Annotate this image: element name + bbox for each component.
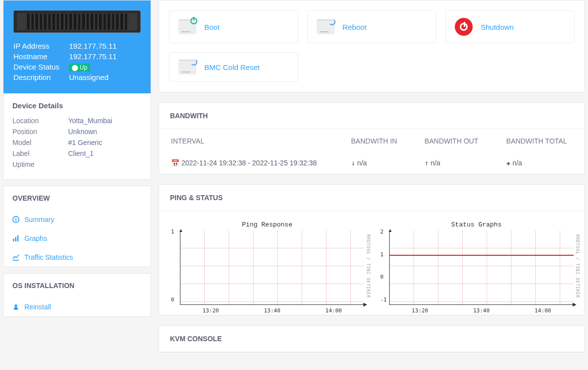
overview-heading: OVERVIEW: [3, 186, 151, 210]
ip-value: 192.177.75.11: [69, 42, 117, 50]
bmc-reset-button[interactable]: BMC Cold Reset: [169, 52, 298, 82]
os-install-heading: OS INSTALLATION: [3, 274, 151, 297]
location-value: Yotta_Mumbai: [68, 117, 112, 125]
label-value: Client_1: [68, 149, 93, 157]
reboot-button[interactable]: Reboot: [307, 10, 436, 43]
bandwidth-section: BANDWITH INTERVAL BANDWITH IN BANDWITH O…: [159, 102, 585, 174]
svg-rect-5: [17, 235, 19, 241]
description-label: Description: [13, 73, 69, 81]
power-actions: Boot Reboot Shutdown BMC Cold Reset: [159, 0, 585, 92]
ip-label: IP Address: [13, 42, 69, 50]
bmc-reset-icon: [178, 60, 196, 74]
chart-line-icon: [12, 254, 19, 261]
arrow-down-icon: ↓: [351, 159, 355, 167]
boot-icon: [178, 19, 196, 34]
server-header: IP Address192.177.75.11 Hostname192.177.…: [3, 0, 151, 93]
model-value: #1 Generic: [68, 139, 102, 147]
col-out: BANDWITH OUT: [414, 130, 494, 152]
power-icon: [455, 18, 473, 36]
status-graphs-chart: Status Graphs ▲▶ 210-1 13:2013:4014:00 R…: [379, 221, 574, 305]
boot-button[interactable]: Boot: [169, 10, 298, 43]
nav-graphs[interactable]: Graphs: [3, 229, 151, 248]
nav-summary[interactable]: Summary: [3, 210, 151, 229]
ping-status-section: PING & STATUS Ping Response ▲▶ 10 13:201…: [159, 184, 585, 315]
ping-response-chart: Ping Response ▲▶ 10 13:2013:4014:00 RRDT…: [170, 221, 364, 305]
description-value: Unassigned: [69, 73, 108, 81]
linux-icon: [12, 303, 19, 310]
reboot-icon: [317, 19, 335, 34]
svg-rect-1: [15, 219, 16, 221]
status-label: Device Status: [13, 63, 69, 71]
hostname-value: 192.177.75.11: [69, 52, 117, 61]
nav-traffic-stats[interactable]: Traffic Statistics: [3, 248, 151, 267]
status-badge: ⬤ Up: [69, 64, 90, 72]
shutdown-button[interactable]: Shutdown: [445, 10, 575, 43]
ping-heading: PING & STATUS: [159, 185, 585, 211]
col-interval: INTERVAL: [160, 130, 339, 152]
plus-icon: ✚: [506, 159, 510, 167]
kvm-heading: KVM CONSOLE: [159, 326, 585, 352]
status-line: [390, 255, 574, 256]
position-value: Unknown: [68, 128, 97, 136]
bandwidth-row: 📅 2022-11-24 19:32:38 - 2022-11-25 19:32…: [160, 153, 584, 173]
chart-bar-icon: [12, 235, 19, 242]
nav-reinstall[interactable]: Reinstall: [3, 297, 151, 316]
svg-point-7: [14, 304, 17, 308]
svg-point-8: [14, 307, 18, 310]
svg-rect-3: [13, 239, 14, 241]
info-icon: [12, 216, 19, 223]
col-in: BANDWITH IN: [340, 130, 413, 152]
server-image: [13, 10, 141, 33]
kvm-section: KVM CONSOLE: [159, 325, 585, 353]
bandwidth-heading: BANDWITH: [159, 103, 585, 129]
svg-rect-2: [15, 218, 16, 219]
hostname-label: Hostname: [13, 52, 69, 61]
device-details-heading: Device Details: [12, 101, 142, 110]
arrow-up-icon: ↑: [424, 159, 428, 167]
col-total: BANDWITH TOTAL: [496, 130, 584, 152]
calendar-icon: 📅: [171, 159, 179, 167]
svg-rect-4: [15, 237, 16, 241]
